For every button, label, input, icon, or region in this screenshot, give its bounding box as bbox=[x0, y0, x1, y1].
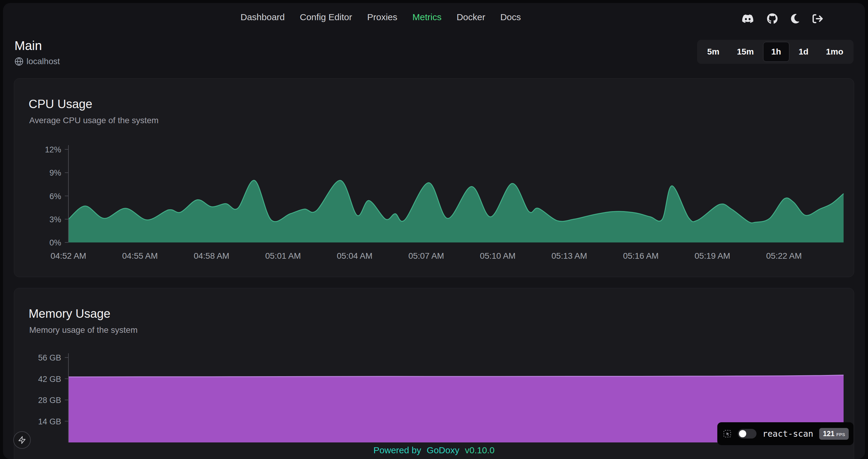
svg-text:28 GB: 28 GB bbox=[38, 396, 61, 405]
discord-icon[interactable] bbox=[742, 14, 754, 24]
cpu-usage-chart[interactable]: 0%3%6%9%12%04:52 AM04:55 AM04:58 AM05:01… bbox=[14, 139, 855, 271]
svg-text:05:10 AM: 05:10 AM bbox=[480, 251, 516, 261]
cpu-card-title: CPU Usage bbox=[29, 97, 854, 111]
quick-actions-button[interactable] bbox=[13, 431, 31, 449]
react-scan-toggle[interactable] bbox=[738, 429, 756, 438]
react-scan-widget: react-scan 121 FPS bbox=[717, 422, 854, 445]
svg-text:04:58 AM: 04:58 AM bbox=[194, 251, 229, 261]
svg-text:05:01 AM: 05:01 AM bbox=[265, 251, 301, 261]
svg-text:12%: 12% bbox=[45, 145, 61, 154]
svg-text:04:52 AM: 04:52 AM bbox=[51, 251, 86, 261]
fps-unit: FPS bbox=[836, 432, 845, 437]
powered-by-text: Powered by bbox=[373, 445, 421, 455]
godoxy-link[interactable]: GoDoxy bbox=[427, 445, 459, 455]
inspect-icon[interactable] bbox=[723, 429, 732, 438]
nav-item-metrics[interactable]: Metrics bbox=[412, 12, 441, 22]
range-option-1mo[interactable]: 1mo bbox=[818, 42, 851, 62]
logout-icon[interactable] bbox=[812, 13, 823, 24]
range-option-1h[interactable]: 1h bbox=[763, 42, 789, 62]
page-header: Main localhost 5m15m1h1d1mo bbox=[14, 38, 854, 66]
svg-text:05:04 AM: 05:04 AM bbox=[337, 251, 373, 261]
svg-text:0%: 0% bbox=[50, 238, 61, 247]
cpu-card-subtitle: Average CPU usage of the system bbox=[29, 116, 854, 125]
top-icon-bar bbox=[742, 13, 823, 24]
host-label: localhost bbox=[27, 57, 60, 66]
nav-item-docker[interactable]: Docker bbox=[457, 12, 485, 22]
footer: Powered by GoDoxy v0.10.0 bbox=[3, 445, 865, 455]
toggle-knob bbox=[739, 430, 746, 437]
app-frame: DashboardConfig EditorProxiesMetricsDock… bbox=[3, 3, 865, 459]
title-block: Main localhost bbox=[14, 38, 60, 66]
react-scan-label: react-scan bbox=[763, 429, 813, 439]
svg-text:04:55 AM: 04:55 AM bbox=[122, 251, 158, 261]
nav-item-config-editor[interactable]: Config Editor bbox=[300, 12, 352, 22]
version-text: v0.10.0 bbox=[465, 445, 495, 455]
memory-card-subtitle: Memory usage of the system bbox=[29, 325, 854, 335]
cpu-usage-card: CPU Usage Average CPU usage of the syste… bbox=[14, 78, 854, 277]
globe-icon bbox=[14, 57, 24, 66]
svg-text:05:22 AM: 05:22 AM bbox=[766, 251, 802, 261]
fps-badge: 121 FPS bbox=[819, 428, 849, 440]
main-nav: DashboardConfig EditorProxiesMetricsDock… bbox=[241, 12, 521, 22]
host-row: localhost bbox=[14, 57, 60, 66]
svg-text:05:16 AM: 05:16 AM bbox=[623, 251, 658, 261]
svg-text:56 GB: 56 GB bbox=[38, 353, 61, 362]
nav-item-dashboard[interactable]: Dashboard bbox=[241, 12, 285, 22]
lightning-icon bbox=[18, 436, 26, 444]
range-option-5m[interactable]: 5m bbox=[699, 42, 727, 62]
svg-text:3%: 3% bbox=[50, 215, 61, 224]
github-icon[interactable] bbox=[767, 13, 778, 24]
svg-text:9%: 9% bbox=[50, 168, 61, 177]
nav-item-docs[interactable]: Docs bbox=[500, 12, 521, 22]
svg-text:14 GB: 14 GB bbox=[38, 417, 61, 426]
svg-text:05:19 AM: 05:19 AM bbox=[695, 251, 730, 261]
dark-mode-icon[interactable] bbox=[791, 13, 799, 24]
range-option-1d[interactable]: 1d bbox=[790, 42, 817, 62]
svg-text:05:07 AM: 05:07 AM bbox=[408, 251, 444, 261]
svg-text:42 GB: 42 GB bbox=[38, 375, 61, 384]
svg-text:05:13 AM: 05:13 AM bbox=[552, 251, 587, 261]
range-option-15m[interactable]: 15m bbox=[729, 42, 762, 62]
nav-item-proxies[interactable]: Proxies bbox=[367, 12, 397, 22]
time-range-picker: 5m15m1h1d1mo bbox=[697, 40, 854, 64]
page-title: Main bbox=[14, 38, 60, 53]
svg-text:6%: 6% bbox=[50, 192, 61, 201]
memory-card-title: Memory Usage bbox=[29, 307, 854, 321]
fps-value: 121 bbox=[823, 430, 834, 438]
